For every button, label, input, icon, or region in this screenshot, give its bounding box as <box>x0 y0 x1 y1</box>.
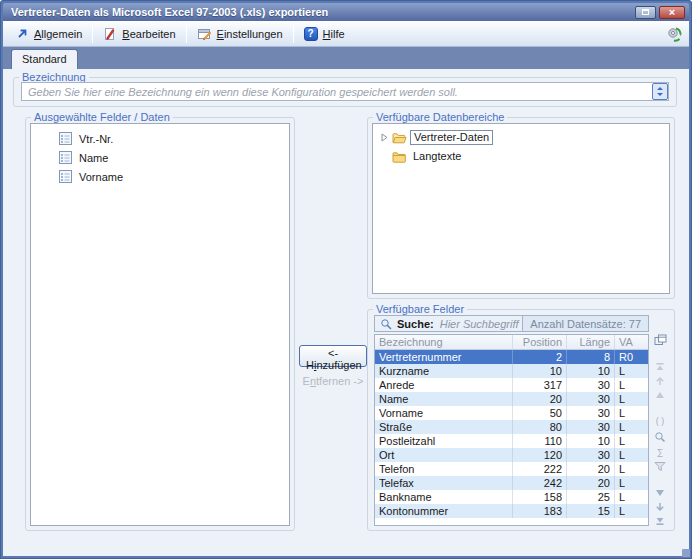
nav-prev-page-icon[interactable] <box>655 376 665 386</box>
content-area: Bezeichnung Ausgewählte Felder / Daten V… <box>3 69 689 556</box>
table-cell: 20 <box>512 392 566 406</box>
table-row[interactable]: Name2030L <box>375 392 648 406</box>
export-dialog-window: Vertreter-Daten als Microsoft Excel 97-2… <box>0 0 692 559</box>
data-areas-group: Verfügbare Datenbereiche Vertreter-Daten <box>367 111 675 299</box>
einstellungen-button[interactable]: Einstellungen <box>190 23 290 45</box>
table-row[interactable]: Anrede31730L <box>375 378 648 392</box>
table-cell: 8 <box>566 350 614 364</box>
allgemein-button[interactable]: Allgemein <box>9 23 89 45</box>
titlebar[interactable]: Vertreter-Daten als Microsoft Excel 97-2… <box>3 3 689 21</box>
data-areas-tree[interactable]: Vertreter-Daten Langtexte <box>372 123 670 294</box>
table-cell: L <box>614 504 648 518</box>
table-cell: Anrede <box>375 378 512 392</box>
table-row[interactable]: Kontonummer18315L <box>375 504 648 518</box>
table-row[interactable]: Vertreternummer28R0 <box>375 350 648 364</box>
table-cell: 30 <box>566 420 614 434</box>
list-item-label: Name <box>79 152 108 164</box>
available-fields-group-label: Verfügbare Felder <box>373 303 467 315</box>
table-row[interactable]: Postleitzahl11010L <box>375 434 648 448</box>
table-header-row[interactable]: BezeichnungPositionLängeVA <box>375 335 648 350</box>
search-input[interactable] <box>438 317 523 331</box>
table-row[interactable]: Ort12030L <box>375 448 648 462</box>
table-cell: Vorname <box>375 406 512 420</box>
table-cell: L <box>614 406 648 420</box>
table-cell: 30 <box>566 378 614 392</box>
table-cell: 183 <box>512 504 566 518</box>
table-cell: L <box>614 462 648 476</box>
list-item[interactable]: Name <box>31 148 289 167</box>
nav-first-icon[interactable] <box>655 362 665 372</box>
table-row[interactable]: Bankname15825L <box>375 490 648 504</box>
add-button[interactable]: <- Hinzufügen <box>299 345 367 367</box>
bearbeiten-button[interactable]: Bearbeiten <box>96 23 182 45</box>
table-cell: 2 <box>512 350 566 364</box>
column-chooser-icon[interactable] <box>654 334 667 346</box>
expander-icon[interactable] <box>379 133 389 142</box>
folder-closed-icon <box>392 151 407 163</box>
magnifier-icon[interactable] <box>654 431 666 443</box>
search-icon <box>380 318 392 330</box>
filter-icon[interactable] <box>654 461 666 472</box>
brackets-icon[interactable]: ( ) <box>656 416 665 426</box>
table-cell: Kurzname <box>375 364 512 378</box>
grid-navigator: ( ) ∑ <box>649 315 671 526</box>
column-header[interactable]: Position <box>512 335 566 349</box>
toolbar-separator <box>92 25 93 43</box>
tab-standard[interactable]: Standard <box>11 49 78 69</box>
table-cell: Kontonummer <box>375 504 512 518</box>
list-item[interactable]: Vorname <box>31 167 289 186</box>
selected-fields-group: Ausgewählte Felder / Daten Vtr.-Nr. Name <box>25 111 295 531</box>
tree-node-label[interactable]: Vertreter-Daten <box>410 130 493 145</box>
table-row[interactable]: Telefon22220L <box>375 462 648 476</box>
restore-icon <box>642 9 649 15</box>
table-row[interactable]: Vorname5030L <box>375 406 648 420</box>
table-cell: 10 <box>512 364 566 378</box>
table-row[interactable]: Kurzname1010L <box>375 364 648 378</box>
column-header[interactable]: Länge <box>566 335 614 349</box>
bezeichnung-group: Bezeichnung <box>13 71 677 107</box>
table-cell: 15 <box>566 504 614 518</box>
sum-icon[interactable]: ∑ <box>657 447 663 457</box>
available-fields-group: Verfügbare Felder Suche: Anzahl Datensät… <box>367 303 675 531</box>
export-refresh-icon[interactable] <box>666 25 683 42</box>
tree-item[interactable]: Langtexte <box>373 147 669 166</box>
edit-pencil-icon <box>103 27 117 41</box>
folder-open-icon <box>392 132 407 144</box>
nav-next-page-icon[interactable] <box>655 502 665 512</box>
fields-table[interactable]: BezeichnungPositionLängeVAVertreternumme… <box>374 334 649 526</box>
toolbar-separator <box>293 25 294 43</box>
table-row[interactable]: Straße8030L <box>375 420 648 434</box>
table-cell: 30 <box>566 448 614 462</box>
table-cell: 25 <box>566 490 614 504</box>
nav-next-icon[interactable] <box>655 488 665 498</box>
tree-item[interactable]: Vertreter-Daten <box>373 128 669 147</box>
nav-prev-icon[interactable] <box>655 390 665 400</box>
combo-dropdown-button[interactable] <box>652 83 668 100</box>
nav-last-icon[interactable] <box>655 516 665 526</box>
table-cell: 242 <box>512 476 566 490</box>
list-item[interactable]: Vtr.-Nr. <box>31 129 289 148</box>
table-cell: L <box>614 392 648 406</box>
field-grid-icon <box>59 132 72 145</box>
table-cell: L <box>614 434 648 448</box>
table-cell: L <box>614 490 648 504</box>
selected-fields-list[interactable]: Vtr.-Nr. Name Vorname <box>30 123 290 526</box>
hilfe-label: Hilfe <box>323 28 345 40</box>
resize-grip[interactable] <box>682 549 690 557</box>
column-header[interactable]: Bezeichnung <box>375 335 512 349</box>
table-cell: Telefax <box>375 476 512 490</box>
hilfe-button[interactable]: ? Hilfe <box>297 23 352 45</box>
list-item-label: Vorname <box>79 171 123 183</box>
list-item-label: Vtr.-Nr. <box>79 133 113 145</box>
tree-node-label[interactable]: Langtexte <box>410 150 464 163</box>
table-cell: L <box>614 420 648 434</box>
bezeichnung-input[interactable] <box>21 82 669 101</box>
search-bar: Suche: Anzahl Datensätze: 77 <box>374 315 649 332</box>
table-cell: 120 <box>512 448 566 462</box>
restore-button[interactable] <box>635 6 656 19</box>
table-row[interactable]: Telefax24220L <box>375 476 648 490</box>
table-cell: 20 <box>566 476 614 490</box>
close-button[interactable]: × <box>659 6 685 19</box>
window-title: Vertreter-Daten als Microsoft Excel 97-2… <box>11 6 632 18</box>
column-header[interactable]: VA <box>614 335 648 349</box>
